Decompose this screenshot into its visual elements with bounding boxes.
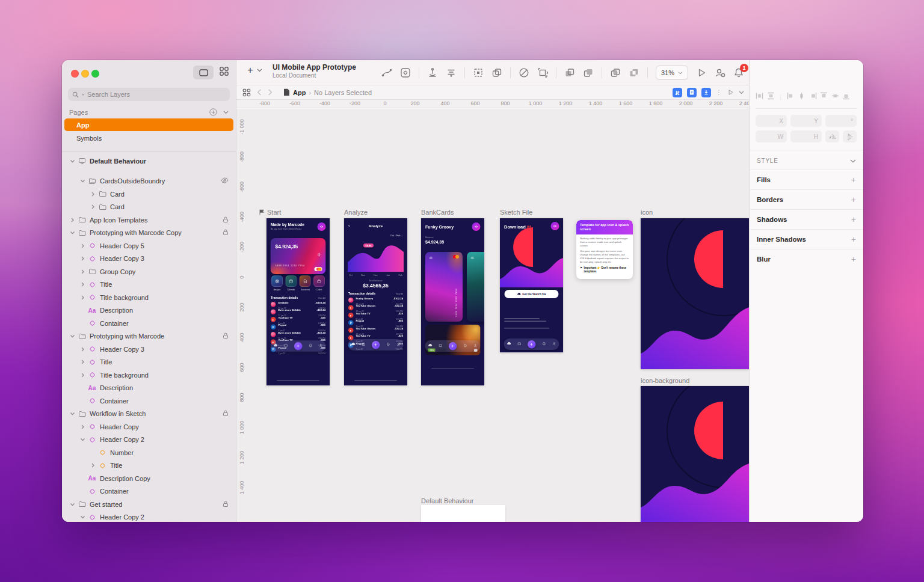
layer-row[interactable]: Default Behaviour [62, 155, 236, 168]
artboard-icon-background[interactable] [641, 386, 749, 522]
tab-card-icon[interactable] [439, 343, 443, 349]
style-section-borders[interactable]: Borders+ [750, 189, 863, 209]
pages-collapse-chevron-icon[interactable] [223, 111, 229, 114]
boolean-intersect-icon[interactable] [610, 67, 621, 78]
artboard-label-start[interactable]: Start [259, 208, 281, 216]
layer-expand-chevron-icon[interactable] [78, 295, 87, 300]
search-layers-field[interactable] [68, 88, 230, 101]
tab-card-icon[interactable] [362, 342, 366, 348]
layer-row[interactable]: Title [62, 278, 236, 292]
layer-row[interactable]: AaDescription [62, 382, 236, 395]
preview-play-icon[interactable] [727, 89, 734, 96]
notifications-button[interactable]: 1 [733, 67, 744, 78]
layer-expand-chevron-icon[interactable] [68, 230, 76, 235]
align-top-icon[interactable] [820, 91, 828, 102]
layer-row[interactable]: Card [62, 201, 236, 214]
group-selection-icon[interactable] [473, 67, 484, 78]
artboard-sketchfile[interactable]: Download it! Get the Sketch file [500, 218, 563, 352]
close-button[interactable] [71, 70, 79, 78]
style-section-inner-shadows[interactable]: Inner Shadows+ [750, 229, 863, 249]
distribute-vertically-icon[interactable] [767, 91, 775, 102]
breadcrumb-page[interactable]: App [293, 89, 306, 96]
tab-bar[interactable] [348, 339, 404, 351]
layer-row[interactable]: Header Copy 5 [62, 239, 236, 253]
layer-expand-chevron-icon[interactable] [68, 218, 76, 222]
fullscreen-button[interactable] [91, 70, 99, 78]
overflow-dots-icon[interactable]: ⋮ [716, 89, 722, 96]
plugin-badge-download[interactable] [701, 88, 711, 97]
shortcut-document[interactable]: Document [298, 275, 312, 290]
search-input[interactable] [87, 91, 226, 98]
layer-expand-chevron-icon[interactable] [78, 282, 87, 287]
page-item-symbols[interactable]: Symbols [64, 132, 233, 144]
minimize-button[interactable] [81, 70, 89, 78]
components-grid-icon[interactable] [242, 88, 251, 97]
layer-row[interactable]: Container [62, 317, 236, 330]
insert-chevron-icon[interactable] [257, 69, 262, 72]
layer-expand-chevron-icon[interactable] [68, 159, 76, 164]
layer-row[interactable]: Header Copy 2 [62, 511, 236, 522]
collaborate-icon[interactable] [715, 67, 725, 78]
shortcut-collect[interactable]: Collect [312, 275, 325, 290]
swap-instance-icon[interactable] [491, 67, 502, 78]
tab-person-icon[interactable] [473, 343, 478, 349]
artboard-label-icon[interactable]: icon [641, 208, 653, 216]
layer-expand-chevron-icon[interactable] [78, 256, 87, 261]
preview-play-button-icon[interactable] [696, 67, 707, 78]
layer-row[interactable]: Header Copy 2 [62, 433, 236, 447]
style-section-blur[interactable]: Blur+ [750, 249, 863, 269]
tab-bell-icon[interactable] [463, 343, 467, 349]
artboard-bankcards[interactable]: Funky Groovy Balance $4.924,35 5489 7954… [421, 218, 484, 385]
layer-row[interactable]: Prototyping with Marcode [62, 330, 236, 343]
tab-card-icon[interactable] [284, 343, 288, 349]
create-symbol-icon[interactable] [400, 67, 411, 78]
artboard-label-icon-background[interactable]: icon-background [641, 376, 689, 385]
flip-vertical-button[interactable] [843, 130, 857, 142]
layer-expand-chevron-icon[interactable] [78, 373, 87, 378]
period-selector[interactable]: Oct - Feb ⌄ [390, 234, 403, 237]
add-blur-icon[interactable]: + [851, 254, 856, 264]
artboard-analyze[interactable]: ‹ Analyze Oct - Feb ⌄ $4.4k [344, 218, 407, 385]
plugin-badge-r[interactable]: R [673, 88, 682, 97]
align-left-icon[interactable] [787, 91, 795, 102]
rotation-field[interactable]: ° [825, 115, 857, 127]
tidy-align-icon[interactable] [446, 67, 457, 78]
layer-expand-chevron-icon[interactable] [68, 334, 76, 338]
x-field[interactable]: X [756, 115, 787, 127]
layer-expand-chevron-icon[interactable] [78, 437, 87, 442]
layer-expand-chevron-icon[interactable] [88, 204, 97, 209]
layer-row[interactable]: Header Copy 3 [62, 253, 236, 266]
artboard-label-default-behaviour[interactable]: Default Behaviour [421, 497, 473, 505]
page-item-app[interactable]: App [64, 118, 233, 131]
shortcut-calendar[interactable]: Calendar [285, 275, 298, 290]
layer-row[interactable]: Group Copy [62, 265, 236, 278]
shortcut-analyze[interactable]: Analyze [271, 275, 284, 290]
artboard-start[interactable]: Made by Marcode An app from Team Sketch2… [266, 218, 330, 385]
align-bottom-icon[interactable] [842, 91, 850, 102]
layer-row[interactable]: App Icon Templates [62, 213, 236, 227]
layer-expand-chevron-icon[interactable] [78, 360, 87, 364]
layer-row[interactable]: Number [62, 446, 236, 459]
boolean-union-icon[interactable] [564, 67, 575, 78]
ctxbar-chevron-icon[interactable] [739, 91, 744, 94]
tab-card-icon[interactable] [517, 342, 522, 347]
layer-row[interactable]: Container [62, 485, 236, 498]
lock-icon[interactable] [223, 500, 229, 508]
layer-row[interactable]: Prototyping with Marcode Copy [62, 227, 236, 240]
style-section-shadows[interactable]: Shadows+ [750, 209, 863, 229]
layer-expand-chevron-icon[interactable] [78, 347, 87, 352]
mask-tool-icon[interactable] [519, 67, 529, 78]
forward-chevron-icon[interactable] [268, 89, 273, 96]
layer-row[interactable]: Header Copy [62, 420, 236, 433]
layer-row[interactable]: Get started [62, 498, 236, 511]
layer-expand-chevron-icon[interactable] [88, 463, 97, 468]
layer-expand-chevron-icon[interactable] [88, 192, 97, 197]
artboard-label-analyze[interactable]: Analyze [344, 208, 368, 216]
bank-card-primary[interactable]: 5489 7954 2210 7954 [425, 252, 463, 322]
flip-horizontal-button[interactable] [825, 130, 839, 142]
tab-person-icon[interactable] [319, 343, 323, 349]
plugin-badge-journal[interactable] [687, 88, 697, 97]
width-field[interactable]: W [756, 130, 787, 142]
vector-tool-icon[interactable] [381, 67, 392, 78]
tab-bar[interactable] [271, 340, 326, 352]
